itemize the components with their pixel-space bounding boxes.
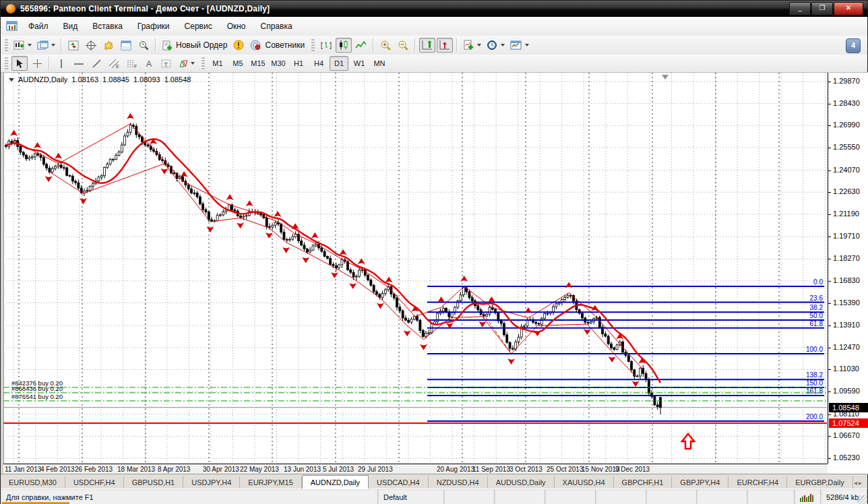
fibonacci-level-label: 200.0 — [806, 413, 823, 420]
chart-tab-xauusd[interactable]: XAUUSD,H4 — [555, 476, 614, 489]
chart-tab-usdcad[interactable]: USDCAD,H4 — [369, 476, 429, 489]
timeframe-h4-button[interactable]: H4 — [309, 56, 328, 71]
date-tick-label: 9 Dec 2013 — [615, 466, 650, 473]
expert-advisors-button[interactable]: Советники — [248, 38, 307, 53]
chart-tab-gbpusd[interactable]: GBPUSD,H1 — [124, 476, 184, 489]
chart-canvas[interactable]: 0.023.638.250.061.8100.0138.2150.0161.82… — [3, 73, 828, 464]
new-order-button[interactable]: Новый Ордер — [160, 38, 229, 53]
fibonacci-tool-button[interactable]: F — [123, 56, 140, 71]
menu-item-окно[interactable]: Окно — [220, 19, 253, 34]
notifications-badge[interactable]: 4 — [846, 38, 861, 53]
menu-item-сервис[interactable]: Сервис — [177, 19, 220, 34]
toolbar-grip[interactable] — [5, 57, 8, 69]
chart-tab-gbpchf[interactable]: GBPCHF,H1 — [614, 476, 673, 489]
timeframe-w1-button[interactable]: W1 — [350, 56, 369, 71]
fractal-down-arrow-icon — [80, 198, 87, 204]
line-studies-toolbar: E F A T M1M5M15M30H1H4D1W1MN — [1, 55, 867, 73]
new-order-label: Новый Ордер — [176, 40, 227, 50]
templates-button[interactable] — [508, 38, 531, 53]
alert-button[interactable] — [230, 38, 247, 53]
ohlc-open: 1.08163 — [71, 75, 98, 84]
auto-scroll-button[interactable] — [419, 38, 435, 53]
price-tick-label: 1.19710 — [833, 232, 860, 240]
chart-tab-audnzd[interactable]: AUDNZD,Daily — [302, 475, 369, 489]
price-axis[interactable]: 1.298701.284301.269901.255501.240701.226… — [828, 73, 868, 464]
indicators-icon — [463, 40, 474, 51]
fractal-down-arrow-icon — [237, 222, 244, 228]
zigzag-lows-line[interactable] — [49, 164, 636, 376]
chart-tab-eurchf[interactable]: EURCHF,H4 — [728, 476, 787, 489]
toolbar-grip[interactable] — [202, 57, 205, 69]
minimize-button[interactable]: _ — [789, 2, 811, 15]
bar-chart-mode-button[interactable] — [318, 38, 334, 53]
chart-tab-eurgbp[interactable]: EURGBP,Daily — [787, 476, 853, 489]
market-watch-button[interactable] — [65, 38, 82, 53]
arrows-tool-button[interactable] — [176, 56, 197, 71]
crosshair-tool-button[interactable] — [29, 56, 45, 71]
timeframe-h1-button[interactable]: H1 — [289, 56, 308, 71]
vertical-line-tool-button[interactable] — [53, 56, 69, 71]
zoom-out-button[interactable] — [395, 38, 411, 53]
text-label-tool-button[interactable]: T — [158, 56, 175, 71]
zoom-in-button[interactable] — [377, 38, 394, 53]
cursor-tool-button[interactable] — [11, 56, 28, 71]
timeframe-m5-button[interactable]: M5 — [228, 56, 247, 71]
fractal-down-arrow-icon — [266, 232, 273, 239]
chart-tab-audusd[interactable]: AUDUSD,Daily — [488, 476, 555, 489]
close-button[interactable]: ✕ — [834, 2, 863, 15]
line-chart-mode-button[interactable] — [353, 38, 369, 53]
timeframe-m1-button[interactable]: M1 — [208, 56, 227, 71]
application-window: 565896: Panteon Client Terminal - Демо С… — [0, 0, 868, 504]
dropdown-arrow-icon — [477, 44, 481, 46]
chart-tab-nzdusd[interactable]: NZDUSD,H4 — [429, 476, 488, 489]
chart-tab-eurjpy[interactable]: EURJPY,M15 — [240, 476, 301, 489]
chart-tab-gbpjpy[interactable]: GBPJPY,H4 — [672, 476, 728, 489]
candlestick-mode-button[interactable] — [336, 38, 352, 53]
data-window-button[interactable] — [83, 38, 99, 53]
toolbar-grip[interactable] — [5, 39, 8, 51]
menu-item-файл[interactable]: Файл — [21, 19, 56, 34]
timeframe-d1-button[interactable]: D1 — [330, 56, 348, 71]
zigzag-highs-line[interactable] — [14, 124, 642, 369]
price-tick-label: 1.18270 — [833, 254, 860, 262]
menu-item-справка[interactable]: Справка — [253, 19, 300, 34]
menu-item-вставка[interactable]: Вставка — [85, 19, 130, 34]
chart-shift-marker[interactable] — [662, 75, 669, 80]
equidistant-channel-tool-button[interactable]: E — [106, 56, 122, 71]
timeframe-mn-button[interactable]: MN — [370, 56, 389, 71]
chart-dropdown-icon[interactable] — [9, 78, 14, 82]
strategy-tester-button[interactable] — [135, 38, 152, 53]
profiles-button[interactable] — [35, 38, 57, 53]
toolbar-grip[interactable] — [311, 39, 315, 51]
status-profile[interactable]: Default — [378, 489, 444, 504]
chart-tab-usdchf[interactable]: USDCHF,H4 — [65, 476, 124, 489]
new-chart-button[interactable] — [11, 38, 34, 53]
menu-item-графики[interactable]: Графики — [130, 19, 177, 34]
navigator-button[interactable] — [100, 38, 117, 53]
chart-shift-button[interactable] — [437, 38, 453, 53]
title-bar[interactable]: 565896: Panteon Client Terminal - Демо С… — [1, 1, 867, 17]
timeframe-m15-button[interactable]: M15 — [249, 56, 268, 71]
chart-tab-eurusd[interactable]: EURUSD,M30 — [1, 476, 65, 489]
tab-scroll-right-icon[interactable]: ▸ — [859, 479, 862, 486]
text-tool-button[interactable]: A — [141, 56, 157, 71]
big-up-arrow-icon[interactable] — [682, 434, 694, 449]
periods-button[interactable] — [485, 38, 507, 53]
trendline-tool-button[interactable] — [88, 56, 104, 71]
resize-grip[interactable] — [857, 495, 867, 504]
chart-window-icon[interactable] — [6, 21, 18, 32]
menu-item-вид[interactable]: Вид — [56, 19, 86, 34]
indicators-button[interactable] — [461, 38, 483, 53]
svg-text:E: E — [116, 64, 119, 69]
dropdown-arrow-icon — [51, 44, 55, 46]
fractal-down-arrow-icon — [377, 303, 384, 309]
fibonacci-level-label: 23.6 — [810, 294, 824, 302]
chart-tab-usdjpy[interactable]: USDJPY,H4 — [183, 476, 240, 489]
fractal-up-arrow-icon — [127, 113, 134, 119]
horizontal-line-tool-button[interactable] — [71, 56, 87, 71]
terminal-button[interactable] — [118, 38, 134, 53]
maximize-button[interactable]: ❐ — [811, 2, 833, 15]
timeframe-m30-button[interactable]: M30 — [269, 56, 288, 71]
data-window-icon — [86, 40, 96, 51]
tab-scroll-left-icon[interactable]: ◂ — [854, 479, 857, 486]
